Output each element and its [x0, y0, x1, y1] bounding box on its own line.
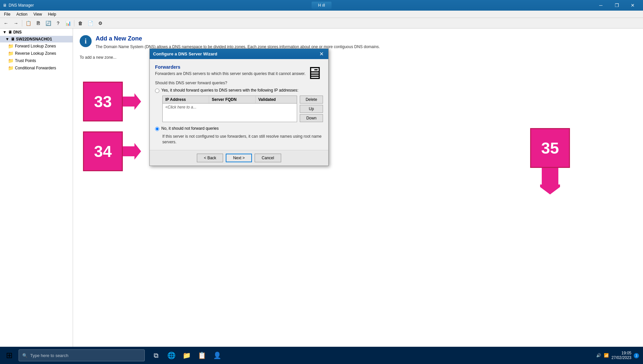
refresh-button[interactable]: 🔄: [43, 19, 53, 28]
annotation-35: 35: [530, 128, 570, 194]
svg-marker-1: [123, 143, 141, 160]
info-icon: i: [80, 35, 92, 47]
radio-no-input[interactable]: [155, 127, 159, 131]
settings-button[interactable]: ⚙: [96, 19, 105, 28]
move-up-button[interactable]: Up: [300, 105, 323, 113]
move-down-button[interactable]: Down: [300, 114, 323, 122]
network-status-icon[interactable]: 📶: [604, 353, 609, 358]
radio-no-option[interactable]: No, it should not forward queries: [155, 126, 323, 131]
sidebar: ▼ 🖥 DNS ▼ 🖥 SW22DNSNACHO1 📁 Forward Look…: [0, 29, 73, 347]
server-illustration-icon: 🖥: [306, 63, 323, 83]
doc-button[interactable]: 🖹: [34, 19, 43, 28]
export-button[interactable]: 📄: [86, 19, 95, 28]
network-icon: H ıll: [318, 3, 325, 8]
back-button[interactable]: < Back: [197, 154, 223, 162]
restore-button[interactable]: ❐: [609, 0, 624, 11]
main-content: i Add a New Zone The Domain Name System …: [73, 29, 643, 347]
help-button[interactable]: ?: [53, 19, 63, 28]
sidebar-item-conditional-forwarders[interactable]: 📁 Conditional Forwarders: [0, 64, 73, 72]
windows-logo: ⊞: [6, 351, 13, 360]
close-button[interactable]: ✕: [625, 0, 640, 11]
configure-dns-dialog[interactable]: Configure a DNS Server Wizard ✕ 🖥 Forwar…: [149, 48, 329, 166]
delete-row-button[interactable]: Delete: [300, 96, 323, 104]
col-validated: Validated: [256, 96, 297, 103]
server-label: SW22DNSNACHO1: [16, 37, 52, 41]
dialog-close-button[interactable]: ✕: [318, 51, 325, 57]
dns-icon: 🖥: [8, 30, 12, 35]
cancel-button[interactable]: Cancel: [255, 154, 281, 162]
chart-button[interactable]: 📊: [63, 19, 73, 28]
dialog-footer: < Back Next > Cancel: [150, 150, 328, 166]
menu-view[interactable]: View: [31, 11, 45, 17]
menu-file[interactable]: File: [1, 11, 13, 17]
dialog-title: Configure a DNS Server Wizard: [153, 51, 217, 56]
sidebar-item-forward-lookup[interactable]: 📁 Forward Lookup Zones: [0, 42, 73, 50]
sidebar-root-dns[interactable]: ▼ 🖥 DNS: [0, 29, 73, 36]
toolbar: ← → 📋 🖹 🔄 ? 📊 🗑 📄 ⚙: [0, 18, 643, 29]
folder-icon-4: 📁: [8, 65, 14, 71]
date-display: 27/02/2023: [611, 355, 631, 360]
taskbar-right: 🔊 📶 19:05 27/02/2023 💬 3: [596, 351, 642, 360]
radio-yes-label: Yes, it should forward queries to DNS se…: [161, 88, 298, 93]
explorer-icon[interactable]: 📁: [179, 348, 194, 363]
minimize-button[interactable]: ─: [593, 0, 608, 11]
dialog-title-bar: Configure a DNS Server Wizard ✕: [150, 49, 328, 59]
sidebar-item-label-2: Reverse Lookup Zones: [15, 51, 56, 56]
forwarders-table-container: IP Address Server FQDN Validated <Click …: [162, 96, 323, 122]
collapse-icon: ▼: [5, 37, 9, 41]
menu-help[interactable]: Help: [45, 11, 59, 17]
sidebar-server[interactable]: ▼ 🖥 SW22DNSNACHO1: [0, 36, 73, 42]
app-title: DNS Manager: [9, 3, 34, 8]
radio-yes-option[interactable]: Yes, it should forward queries to DNS se…: [155, 88, 323, 93]
sidebar-item-label-4: Conditional Forwarders: [15, 66, 56, 70]
dialog-section-desc: Forwarders are DNS servers to which this…: [155, 71, 323, 77]
time-display: 19:05: [611, 351, 631, 355]
edge-icon[interactable]: 🌐: [164, 348, 179, 363]
radio-yes-input[interactable]: [155, 89, 159, 93]
page-title: Add a New Zone: [96, 35, 380, 42]
no-forward-description: If this server is not configured to use …: [162, 134, 323, 145]
folder-icon-3: 📁: [8, 58, 14, 63]
next-button[interactable]: Next >: [226, 154, 252, 162]
dns-manager-taskbar-icon[interactable]: 📋: [195, 348, 209, 363]
clock-display: 19:05 27/02/2023: [611, 351, 631, 360]
sidebar-root-label: DNS: [13, 30, 22, 35]
delete-button[interactable]: 🗑: [76, 19, 85, 28]
taskbar-pinned-icons: ⧉ 🌐 📁 📋 👤: [149, 348, 224, 363]
annotation-34: 34: [83, 131, 143, 171]
volume-icon[interactable]: 🔊: [596, 353, 601, 358]
notification-badge: 3: [634, 353, 639, 358]
user-icon[interactable]: 👤: [210, 348, 224, 363]
forward-button[interactable]: →: [11, 19, 21, 28]
title-bar-controls[interactable]: ─ ❐ ✕: [593, 0, 640, 11]
sidebar-item-reverse-lookup[interactable]: 📁 Reverse Lookup Zones: [0, 50, 73, 57]
sidebar-item-trust-points[interactable]: 📁 Trust Points: [0, 57, 73, 64]
annotation-box-34: 34: [83, 131, 123, 171]
forwarders-table: IP Address Server FQDN Validated <Click …: [162, 96, 297, 122]
back-button[interactable]: ←: [1, 19, 11, 28]
arrow-icon-33: [123, 92, 143, 111]
taskbar-search-box[interactable]: 🔍 Type here to search: [19, 349, 145, 361]
table-header-row: IP Address Server FQDN Validated: [163, 96, 297, 104]
add-zone-header: i Add a New Zone The Domain Name System …: [80, 35, 636, 50]
menu-action[interactable]: Action: [14, 11, 30, 17]
title-bar: 🖥 DNS Manager H ıll ─ ❐ ✕: [0, 0, 643, 11]
task-view-icon[interactable]: ⧉: [149, 348, 163, 363]
app-icon: 🖥: [3, 3, 7, 8]
folder-button[interactable]: 📋: [24, 19, 33, 28]
radio-no-label: No, it should not forward queries: [161, 126, 219, 131]
add-zone-text: Add a New Zone The Domain Name System (D…: [96, 35, 380, 50]
search-placeholder: Type here to search: [30, 353, 68, 358]
separator-1: [22, 20, 22, 27]
start-button[interactable]: ⊞: [1, 347, 17, 363]
dialog-question: Should this DNS server forward queries?: [155, 81, 323, 85]
table-click-placeholder[interactable]: <Click here to a...: [165, 105, 197, 109]
notification-center[interactable]: 💬 3: [634, 353, 639, 358]
title-bar-center: H ıll: [311, 2, 332, 9]
table-body[interactable]: <Click here to a...: [163, 104, 297, 111]
sidebar-item-label-3: Trust Points: [15, 58, 36, 63]
content-area: ▼ 🖥 DNS ▼ 🖥 SW22DNSNACHO1 📁 Forward Look…: [0, 29, 643, 347]
svg-marker-0: [123, 93, 141, 110]
taskbar: ⊞ 🔍 Type here to search ⧉ 🌐 📁 📋 👤 🔊 📶 19…: [0, 347, 643, 364]
annotation-box-33: 33: [83, 82, 123, 121]
